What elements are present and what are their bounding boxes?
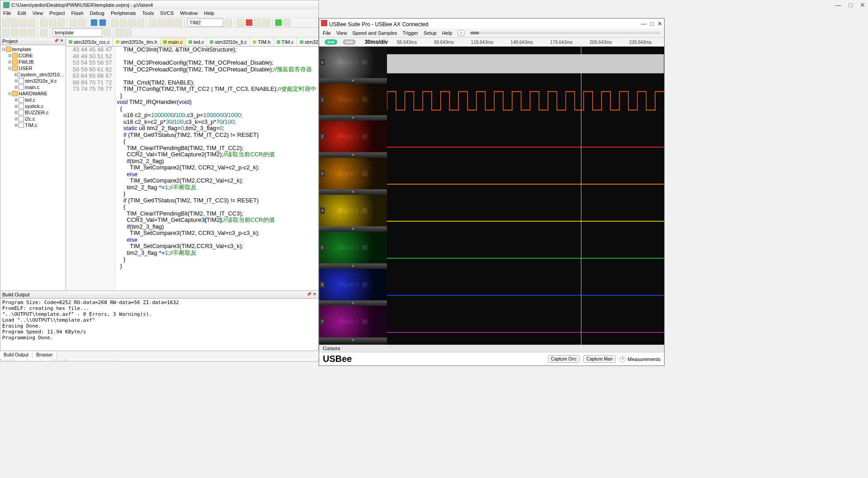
menu-help[interactable]: Help [442, 30, 453, 36]
tree-file[interactable]: i2c.c [25, 116, 35, 122]
tree-file[interactable]: stm32f10x_it.c [25, 78, 57, 84]
redo-icon[interactable] [78, 19, 85, 26]
comment-icon[interactable] [166, 19, 174, 26]
channel-add-bar[interactable]: + [319, 300, 387, 306]
file-tab[interactable]: stm32f10x_rcc.c [66, 37, 113, 46]
file-tab[interactable]: TIM.h [250, 37, 274, 46]
bookmark-icon[interactable] [111, 19, 118, 26]
cut-icon[interactable] [40, 19, 47, 26]
bp-disable-icon[interactable] [254, 19, 261, 26]
tree-file[interactable]: system_stm32f10… [21, 72, 65, 77]
tree-folder[interactable]: USER [19, 66, 33, 71]
target-combo[interactable]: template [52, 28, 102, 37]
capture-once-button[interactable]: Capture Onc [548, 355, 580, 363]
maximize-icon[interactable]: □ [650, 20, 654, 27]
file-tab[interactable]: led.c [186, 37, 207, 46]
indent-icon[interactable] [149, 19, 156, 26]
find-combo[interactable]: TIM2 [187, 19, 223, 27]
books-icon[interactable] [124, 29, 132, 36]
bookmark-prev-icon[interactable] [120, 19, 127, 26]
run-icon[interactable] [275, 19, 282, 26]
channel-add-bar[interactable]: + [319, 78, 387, 84]
waveform-column[interactable] [387, 47, 664, 345]
target-opts-icon[interactable] [104, 29, 111, 36]
build-output-text[interactable]: Program Size: Code=8252 RO-data=268 RW-d… [0, 299, 318, 358]
paste-icon[interactable] [57, 19, 65, 26]
menu-edit[interactable]: Edit [18, 10, 26, 16]
channel-add-bar[interactable]: + [319, 226, 387, 232]
tree-folder[interactable]: HARDWARE [19, 91, 47, 96]
bottom-tabs[interactable]: Build Output Browser [0, 351, 319, 359]
build-all-icon[interactable] [19, 29, 27, 36]
nav-back-icon[interactable] [90, 19, 98, 26]
tree-file[interactable]: BUZZER.c [25, 110, 49, 115]
saveall-icon[interactable] [28, 19, 35, 26]
stop-icon[interactable] [283, 19, 291, 26]
menu-speed[interactable]: Speed and Samples [352, 30, 397, 36]
save-icon[interactable] [19, 19, 27, 26]
channel-add-bar[interactable]: + [319, 115, 387, 121]
pin-icon[interactable]: 📌 ✕ [54, 38, 64, 44]
menu-view[interactable]: View [336, 30, 347, 36]
chevron-up-icon[interactable]: ^ [619, 356, 626, 362]
menu-debug[interactable]: Debug [90, 10, 104, 16]
scrollbar[interactable] [470, 32, 660, 34]
channel-add-bar[interactable]: + [319, 337, 387, 343]
rebuild-icon[interactable] [11, 29, 18, 36]
tree-file[interactable]: main.c [25, 84, 39, 90]
download-icon[interactable] [40, 29, 47, 36]
outdent-icon[interactable] [158, 19, 165, 26]
menu-window[interactable]: Window [180, 10, 198, 16]
uncomment-icon[interactable] [175, 19, 182, 26]
breakpoint-icon[interactable] [245, 19, 253, 26]
menu-peripherals[interactable]: Peripherals [111, 10, 136, 16]
menu-tools[interactable]: Tools [142, 10, 154, 16]
close-icon[interactable]: ✕ [657, 20, 662, 27]
file-tab[interactable]: main.c [160, 37, 186, 46]
stop-build-icon[interactable] [28, 29, 35, 36]
channel-add-bar[interactable]: + [319, 152, 387, 158]
usbee-menubar[interactable]: File View Speed and Samples Trigger Setu… [319, 28, 664, 37]
bookmark-clear-icon[interactable] [137, 19, 144, 26]
file-tab[interactable]: stm32f10x_tim.h [113, 37, 160, 46]
file-tab[interactable]: stm32 [297, 37, 318, 46]
build-icon[interactable] [2, 29, 9, 36]
file-tab[interactable]: TIM.c [274, 37, 297, 46]
undo-icon[interactable] [70, 19, 77, 26]
nav-fwd-icon[interactable] [99, 19, 106, 26]
find-icon[interactable] [225, 19, 232, 26]
bookmark-next-icon[interactable] [128, 19, 136, 26]
close-icon[interactable]: ✕ [860, 1, 865, 9]
debug-icon[interactable] [237, 19, 244, 26]
open-icon[interactable] [11, 19, 18, 26]
channel-add-bar[interactable]: + [319, 263, 387, 269]
capture-many-button[interactable]: Capture Man [583, 355, 616, 363]
tree-root[interactable]: template [12, 47, 31, 52]
menu-file[interactable]: File [3, 10, 11, 16]
menu-file[interactable]: File [323, 30, 331, 36]
maximize-icon[interactable]: □ [849, 1, 853, 9]
new-icon[interactable] [2, 19, 9, 26]
menu-setup[interactable]: Setup [424, 30, 437, 36]
bp-kill-icon[interactable] [263, 19, 270, 26]
tree-file[interactable]: TIM.c [25, 122, 38, 128]
menu-flash[interactable]: Flash [71, 10, 84, 16]
tab-browser[interactable]: Browser [33, 351, 57, 359]
file-tabs[interactable]: stm32f10x_rcc.cstm32f10x_tim.hmain.cled.… [66, 37, 318, 47]
tree-file[interactable]: systick.c [25, 103, 44, 109]
minimize-icon[interactable]: ― [641, 20, 646, 27]
menu-view[interactable]: View [33, 10, 43, 16]
tree-folder[interactable]: FWLIB [19, 59, 34, 65]
channel-add-bar[interactable]: + [319, 189, 387, 195]
menu-trigger[interactable]: Trigger [402, 30, 418, 36]
outer-window-buttons[interactable]: ― □ ✕ [835, 1, 865, 9]
keil-menubar[interactable]: File Edit View Project Flash Debug Perip… [0, 9, 318, 18]
file-tab[interactable]: stm32f10x_it.c [207, 37, 250, 46]
copy-icon[interactable] [49, 19, 56, 26]
pin-icon[interactable]: 📌 ✕ [307, 292, 316, 297]
scroll-left-icon[interactable]: ‹ [458, 30, 465, 36]
tree-folder[interactable]: CORE [19, 53, 33, 58]
tree-file[interactable]: led.c [25, 97, 35, 103]
minimize-icon[interactable]: ― [835, 1, 842, 9]
tab-build-output[interactable]: Build Output [0, 351, 33, 359]
